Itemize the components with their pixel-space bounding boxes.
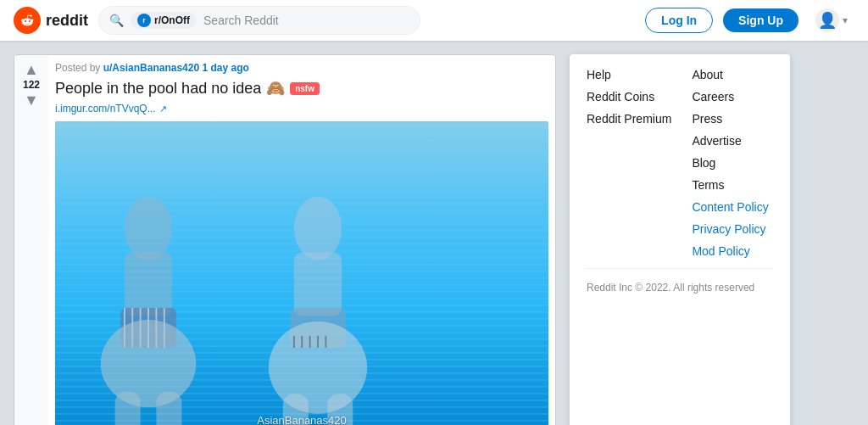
search-input-placeholder: Search Reddit bbox=[203, 14, 279, 27]
figure-left-silhouette bbox=[81, 181, 216, 425]
blog-link[interactable]: Blog bbox=[692, 156, 768, 170]
post-author[interactable]: u/AsianBananas420 bbox=[103, 62, 199, 74]
dropdown-columns: Help Reddit Coins Reddit Premium About C… bbox=[587, 68, 773, 258]
search-bar[interactable]: 🔍 r r/OnOff Search Reddit bbox=[98, 6, 420, 35]
login-button[interactable]: Log In bbox=[645, 8, 713, 33]
post-image: AsianBananas420 bbox=[55, 121, 548, 425]
user-menu-button[interactable]: 👤 ▾ bbox=[809, 5, 854, 36]
svg-point-1 bbox=[125, 197, 172, 260]
logo-area[interactable]: reddit bbox=[14, 7, 88, 34]
reddit-logo-icon bbox=[14, 7, 41, 34]
upvote-button[interactable]: ▲ bbox=[24, 62, 39, 77]
post-emoji: 🙈 bbox=[266, 79, 285, 98]
svg-rect-14 bbox=[294, 252, 342, 316]
subreddit-icon: r bbox=[137, 14, 151, 27]
header: reddit 🔍 r r/OnOff Search Reddit Log In … bbox=[0, 0, 868, 41]
careers-link[interactable]: Careers bbox=[692, 90, 768, 103]
svg-rect-11 bbox=[115, 391, 141, 425]
svg-point-16 bbox=[269, 322, 367, 414]
downvote-button[interactable]: ▼ bbox=[24, 92, 39, 108]
figure-right-silhouette bbox=[250, 181, 386, 425]
reddit-wordmark: reddit bbox=[46, 12, 88, 30]
svg-rect-2 bbox=[125, 252, 172, 316]
post-title-row: People in the pool had no idea 🙈 nsfw bbox=[55, 79, 548, 98]
reddit-coins-link[interactable]: Reddit Coins bbox=[587, 90, 671, 103]
terms-link[interactable]: Terms bbox=[692, 178, 768, 192]
signup-button[interactable]: Sign Up bbox=[723, 8, 798, 32]
chevron-down-icon: ▾ bbox=[843, 14, 848, 26]
nsfw-badge[interactable]: nsfw bbox=[290, 82, 320, 95]
press-link[interactable]: Press bbox=[692, 112, 768, 126]
privacy-policy-link[interactable]: Privacy Policy bbox=[692, 222, 768, 236]
svg-rect-12 bbox=[156, 391, 181, 425]
post-title: People in the pool had no idea bbox=[55, 80, 261, 98]
post-link[interactable]: i.imgur.com/nTVvqQ... ↗ bbox=[55, 103, 548, 115]
dropdown-divider bbox=[587, 268, 773, 269]
search-icon: 🔍 bbox=[109, 14, 124, 27]
dropdown-col-left: Help Reddit Coins Reddit Premium bbox=[587, 68, 671, 258]
about-link[interactable]: About bbox=[692, 68, 768, 81]
post-meta: Posted by u/AsianBananas420 1 day ago bbox=[55, 62, 548, 74]
vote-count: 122 bbox=[23, 79, 40, 91]
post-card: ▲ 122 ▼ Posted by u/AsianBananas420 1 da… bbox=[14, 54, 556, 425]
content-policy-link[interactable]: Content Policy bbox=[692, 200, 768, 214]
copyright-text: Reddit Inc © 2022. All rights reserved bbox=[587, 282, 754, 294]
help-link[interactable]: Help bbox=[587, 68, 671, 81]
external-link-icon: ↗ bbox=[159, 103, 167, 115]
subreddit-label: r/OnOff bbox=[154, 14, 190, 26]
subreddit-pill[interactable]: r r/OnOff bbox=[131, 12, 197, 29]
footer-dropdown-menu: Help Reddit Coins Reddit Premium About C… bbox=[570, 54, 790, 425]
svg-point-13 bbox=[294, 197, 342, 260]
post-body: Posted by u/AsianBananas420 1 day ago Pe… bbox=[48, 55, 555, 425]
image-watermark: AsianBananas420 bbox=[257, 414, 347, 425]
mod-policy-link[interactable]: Mod Policy bbox=[692, 244, 768, 258]
main-content: ▲ 122 ▼ Posted by u/AsianBananas420 1 da… bbox=[0, 41, 868, 425]
svg-point-10 bbox=[101, 320, 197, 407]
user-avatar-icon: 👤 bbox=[815, 8, 839, 32]
post-link-text: i.imgur.com/nTVvqQ... bbox=[55, 103, 156, 115]
reddit-premium-link[interactable]: Reddit Premium bbox=[587, 112, 671, 126]
post-time: 1 day ago bbox=[202, 62, 248, 74]
advertise-link[interactable]: Advertise bbox=[692, 134, 768, 148]
dropdown-col-right: About Careers Press Advertise Blog Terms… bbox=[692, 68, 768, 258]
vote-column: ▲ 122 ▼ bbox=[14, 55, 48, 425]
